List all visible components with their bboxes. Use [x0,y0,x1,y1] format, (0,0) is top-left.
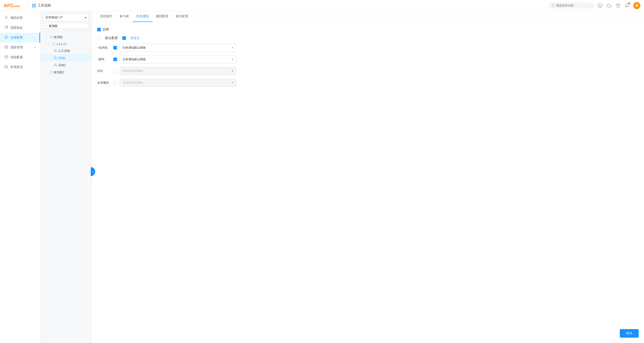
tree-search-bar[interactable] [43,23,89,29]
svg-point-2 [616,4,620,8]
sidebar-item-my-tasks[interactable]: 我的任务 [0,13,40,23]
header: AFCenter 工作流程 租 [0,0,644,11]
email-label: * 邮件 [97,57,111,62]
activity-icon-human [54,49,57,53]
sidebar-label-common-opinion: 常用意见 [10,65,23,69]
tab-task-notify[interactable]: 任务通知 [132,11,152,22]
enable-row: 启用 [97,28,638,32]
svg-point-16 [54,64,56,65]
help-icon[interactable] [615,3,621,8]
sidebar-item-common-opinion[interactable]: 常用意见 [0,62,40,72]
header-title: 工作流程 [32,3,51,8]
svg-point-8 [6,46,7,48]
enterprise-wechat-select: 请选择消息模板 ▾ [120,79,236,87]
sidebar-label-biz-config: 业务配置 [10,36,23,40]
secondary-sidebar: 应用基础门户 ▾ 发消息 v 1 [40,11,92,343]
person-icon [4,16,8,20]
station-msg-select-value: 任务通知默认模板 [122,46,146,50]
form-row-station-msg: * 站内信 任务通知默认模板 ▾ [97,44,638,52]
form-row-enterprise-wechat: 企业微信 请选择消息模板 ▾ [97,79,638,87]
tree-item-version[interactable]: v 1.1.1 * [40,41,92,47]
flow-icon [50,36,53,39]
person-circle-icon [4,36,8,40]
tree-item-send-msg-2[interactable]: 发消息2 [40,69,92,76]
tree-item-human-activity[interactable]: 人工活动 [40,47,92,54]
logo-afc: AFCenter [4,3,20,8]
enterprise-wechat-checkbox[interactable] [113,81,117,84]
svg-point-4 [6,16,7,17]
tree-label-activity-2: 活动2 [58,63,66,67]
dingtalk-label: 钉钉 [97,69,111,73]
default-config-checkbox[interactable] [97,36,101,40]
svg-point-14 [54,50,56,51]
tab-participants[interactable]: 参与者 [116,11,132,22]
station-msg-select[interactable]: 任务通知默认模板 ▾ [120,44,236,52]
email-select-value: 任务通知默认模板 [122,57,146,62]
sidebar-label-flow-start: 流程发起 [10,26,23,30]
tree-search-icon [46,24,48,27]
form-row-email: * 邮件 任务通知默认模板 ▾ [97,55,638,64]
arrow-icon: ▾ [34,46,36,49]
tree-item-activity-1[interactable]: 活动1 [40,54,92,62]
station-msg-checkbox[interactable] [113,46,117,50]
station-msg-arrow-icon: ▾ [232,46,233,49]
tab-revoke-config[interactable]: 撤回配置 [152,11,172,22]
version-icon [52,42,56,46]
tree-label-human-activity: 人工活动 [58,49,70,53]
sidebar-item-flow-start[interactable]: 流程发起 [0,23,40,33]
header-search[interactable] [549,3,594,8]
enterprise-wechat-arrow-icon: ▾ [232,81,233,84]
tab-flow-ops[interactable]: 流程操作 [96,11,116,22]
sidebar-label-msg-config: 消息配置 [10,55,23,59]
email-checkbox[interactable] [113,58,117,61]
svg-point-12 [46,25,47,26]
dingtalk-checkbox[interactable] [113,69,117,73]
svg-point-7 [5,36,8,38]
svg-rect-1 [598,4,602,6]
tree-item-send-msg-1[interactable]: 发消息 [40,34,92,41]
svg-point-15 [54,57,56,58]
tree-label-send-msg-2: 发消息2 [54,70,64,74]
enable-label: 启用 [102,28,109,32]
custom-label: 自定义 [130,36,140,40]
enterprise-wechat-select-placeholder: 请选择消息模板 [122,81,143,85]
tree-search-input[interactable] [49,24,86,28]
sidebar-item-flow-manage[interactable]: 流程管理 ▾ [0,42,40,52]
plus-square-icon [4,65,8,70]
settings-icon [4,45,8,50]
logo: AFCenter [4,3,20,8]
sidebar-item-msg-config[interactable]: 消息配置 [0,52,40,62]
dropdown-arrow-icon: ▾ [85,16,86,19]
app-dropdown[interactable]: 应用基础门户 ▾ [43,14,89,21]
sidebar-label-flow-manage: 流程管理 [10,46,23,50]
mail-icon [4,55,8,60]
email-select[interactable]: 任务通知默认模板 ▾ [120,55,236,64]
expand-icon-send-msg-2[interactable] [43,71,49,74]
save-button[interactable]: 保存 [620,329,638,338]
sidebar-item-biz-config[interactable]: 业务配置 [0,33,40,42]
custom-checkbox[interactable] [122,36,126,40]
email-arrow-icon: ▾ [232,58,233,61]
tree-label-version: v 1.1.1 * [56,42,67,46]
expand-icon-send-msg[interactable] [43,36,49,38]
dingtalk-select-placeholder: 请选择消息模板 [122,69,143,73]
avatar[interactable]: 租 [633,2,640,9]
logo-divider [28,2,29,9]
tree: 发消息 v 1.1.1 * 人工活动 活动1 [40,32,92,78]
sidebar: 我的任务 流程发起 业务配置 流程管理 ▾ 消息配置 [0,11,40,343]
default-config-label: 默认配置 [105,36,118,40]
bell-icon[interactable] [624,3,630,8]
flow-icon-2 [50,71,53,74]
search-input[interactable] [556,4,591,7]
layout: 我的任务 流程发起 业务配置 流程管理 ▾ 消息配置 [0,11,644,343]
tab-urge-config[interactable]: 催办配置 [172,11,192,22]
expand-icon-version[interactable] [46,43,52,46]
monitor-icon[interactable] [598,3,603,8]
tree-item-activity-2[interactable]: 活动2 [40,62,92,69]
cloud-icon[interactable] [606,3,612,8]
notification-badge [628,2,630,4]
enable-checkbox[interactable] [97,28,101,31]
app-dropdown-value: 应用基础门户 [46,16,63,20]
required-star-station: * [97,46,98,50]
send-icon [4,26,8,30]
